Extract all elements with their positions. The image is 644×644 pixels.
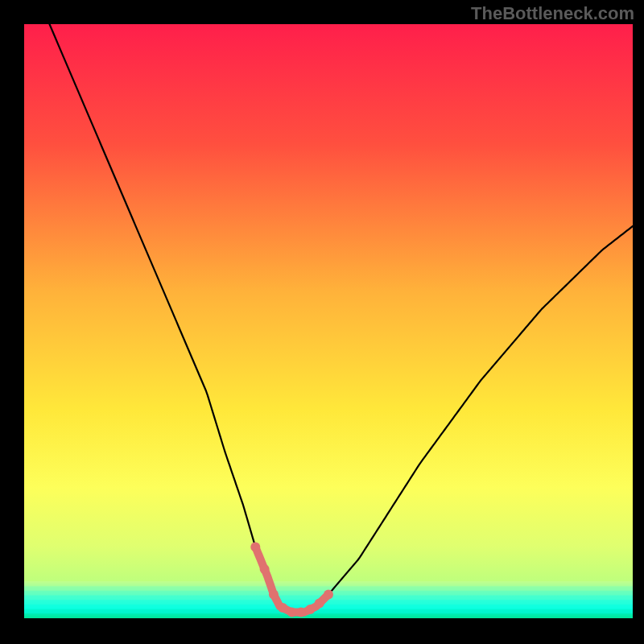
svg-rect-6: [24, 605, 633, 609]
svg-point-9: [250, 542, 260, 551]
svg-rect-5: [24, 600, 633, 605]
svg-point-16: [315, 599, 324, 609]
svg-point-12: [278, 603, 287, 613]
watermark-text: TheBottleneck.com: [471, 3, 634, 24]
svg-rect-8: [24, 613, 633, 618]
plot-area: [24, 24, 633, 619]
svg-rect-7: [24, 609, 633, 614]
chart-frame: TheBottleneck.com: [0, 0, 644, 644]
svg-point-13: [287, 608, 297, 617]
svg-rect-21: [633, 0, 644, 644]
bottleneck-chart: [0, 0, 644, 644]
svg-point-17: [324, 589, 333, 599]
svg-point-14: [296, 608, 306, 617]
svg-point-10: [260, 564, 270, 574]
plot-background: [24, 24, 633, 618]
svg-point-11: [269, 589, 279, 599]
svg-rect-20: [0, 0, 24, 644]
svg-rect-19: [0, 618, 644, 644]
svg-point-15: [305, 605, 315, 614]
svg-rect-1: [24, 581, 633, 586]
